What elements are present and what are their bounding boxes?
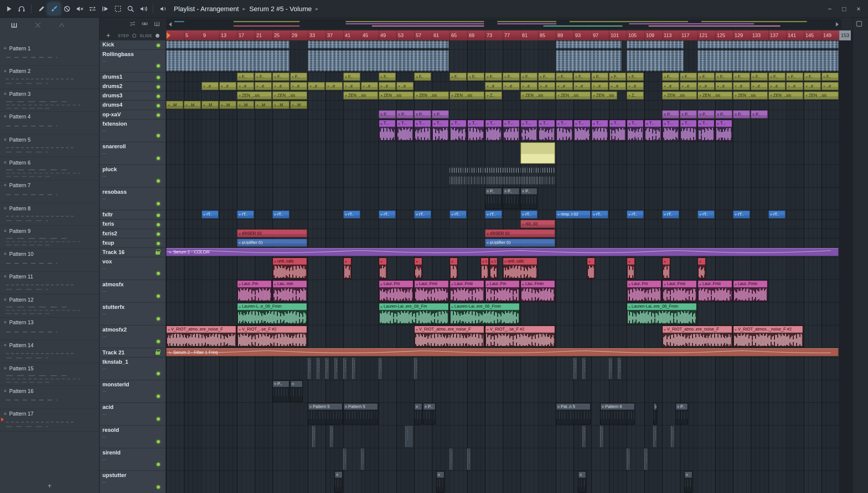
clip[interactable]: »Lauren-Lai..ere_08_Fmin <box>449 303 520 325</box>
clip[interactable]: »..e <box>822 82 839 90</box>
clip[interactable]: »F.. <box>627 72 644 81</box>
clip[interactable]: »..e <box>591 82 608 90</box>
clip[interactable]: »rT.. <box>449 210 466 219</box>
track-lane[interactable] <box>166 358 853 380</box>
add-pattern-button[interactable]: + <box>0 478 99 493</box>
clip[interactable]: »rT.. <box>521 210 538 219</box>
clip[interactable]: ≡P.. <box>432 110 449 119</box>
pattern-item[interactable]: ≡Pattern 15 <box>0 363 99 386</box>
track-mute-led[interactable] <box>157 417 160 421</box>
track-lane[interactable]: »T...»T...»T...»T...»T...»T...»T...»T...… <box>166 120 853 142</box>
clip[interactable]: »ZEN_..sis <box>449 91 484 100</box>
track-name[interactable]: fxtension... <box>100 120 166 142</box>
track-mute-led[interactable] <box>157 213 160 217</box>
track-mute-led[interactable] <box>157 134 160 137</box>
pattern-item[interactable]: ≡Pattern 13 <box>0 317 99 340</box>
timeline-bars[interactable]: 5913172125293337414549535761656973778185… <box>166 30 839 40</box>
clip[interactable]: »F.. <box>573 72 591 81</box>
clip[interactable] <box>671 426 675 447</box>
clip[interactable]: ≡ <box>414 403 422 425</box>
clip[interactable]: »F.. <box>822 72 839 81</box>
track-lane[interactable]: »pUplifter 01»pUplifter 01 <box>166 239 853 248</box>
clip[interactable]: »pUplifter 01 <box>485 239 555 247</box>
track-mute-led[interactable] <box>157 440 160 443</box>
track-mute-led[interactable] <box>157 104 160 107</box>
clip[interactable]: »F.. <box>804 72 821 81</box>
clip[interactable]: »T... <box>538 120 555 141</box>
clip[interactable] <box>308 40 449 49</box>
clip[interactable]: »Lau..min <box>273 280 307 302</box>
scroll-right-button[interactable] <box>833 19 842 29</box>
track-lane[interactable] <box>166 142 853 165</box>
horizontal-scrollbar[interactable] <box>166 19 842 29</box>
clip[interactable] <box>644 448 648 470</box>
clip[interactable]: »T... <box>378 120 396 141</box>
clip[interactable] <box>308 50 449 71</box>
slide-label[interactable]: SLIDE <box>139 34 152 37</box>
automation-curve-icon[interactable] <box>58 21 66 29</box>
clip[interactable]: »u.. <box>490 257 498 279</box>
clip[interactable]: »V_RIOT_atmo..ere_noise_F <box>414 325 484 347</box>
clip[interactable]: »..e <box>573 82 591 90</box>
clip[interactable] <box>653 426 657 447</box>
clip[interactable] <box>343 448 347 470</box>
clip[interactable] <box>582 358 586 379</box>
clip[interactable]: »..e <box>273 82 290 90</box>
clip[interactable]: »..e <box>521 82 538 90</box>
track-name[interactable]: fxris2 <box>100 229 166 238</box>
track-mute-led[interactable] <box>157 76 160 79</box>
track-lane[interactable] <box>166 448 853 471</box>
clip[interactable]: »V_RIOT_..se_F #2 <box>485 325 555 347</box>
headphones-icon[interactable] <box>15 2 28 15</box>
play-icon[interactable] <box>2 2 15 15</box>
clip[interactable]: »..e <box>325 82 343 90</box>
track-mute-led[interactable] <box>157 179 160 183</box>
clip[interactable]: »rT.. <box>591 210 608 219</box>
pattern-item[interactable]: ≡Pattern 7 <box>0 180 99 203</box>
clip[interactable]: »..e <box>538 82 555 90</box>
clip[interactable]: ≡P.. <box>662 110 679 119</box>
clip[interactable] <box>334 358 338 379</box>
clip[interactable]: »F.. <box>485 72 502 81</box>
clip[interactable]: »rT.. <box>202 210 219 219</box>
clip[interactable] <box>312 426 316 447</box>
paint-icon[interactable] <box>48 2 60 15</box>
track-lane[interactable]: »Lauren-L..e_08_Fmin»Lauren-Lai..ere_08_… <box>166 303 853 325</box>
clip[interactable]: » <box>414 257 422 279</box>
clip[interactable]: »..e <box>627 82 644 90</box>
track-lane[interactable]: »..M»..M»..M»..M»..M»..M»..M»..M <box>166 101 853 110</box>
track-name[interactable]: snareroll... <box>100 142 166 165</box>
track-mute-led[interactable] <box>157 463 160 466</box>
clip[interactable]: »..e <box>715 82 732 90</box>
clip[interactable]: »F.. <box>273 72 290 81</box>
track-lane[interactable]: ≡P..≡ <box>166 380 853 403</box>
swap-icon[interactable] <box>129 21 136 27</box>
clip[interactable] <box>405 426 413 447</box>
clip[interactable]: ≡ <box>578 471 586 493</box>
track-name[interactable]: resold... <box>100 426 166 448</box>
track-name[interactable]: acid... <box>100 403 166 426</box>
track-mute-led[interactable] <box>157 272 160 275</box>
clip[interactable]: »F.. <box>449 72 466 81</box>
clip[interactable]: »ZEN_..sis <box>414 91 449 100</box>
clip[interactable]: »T... <box>485 120 502 141</box>
track-mute-led[interactable] <box>157 372 160 375</box>
clip[interactable]: »rT.. <box>662 210 679 219</box>
clip[interactable]: »T... <box>697 120 715 141</box>
clip[interactable]: »..e <box>343 82 361 90</box>
clip[interactable]: »T... <box>609 120 626 141</box>
clip[interactable]: ≡ <box>653 403 657 425</box>
link-icon[interactable] <box>141 21 148 27</box>
mute-icon[interactable] <box>73 2 86 15</box>
clip[interactable]: »rT.. <box>627 210 644 219</box>
clip[interactable]: »..e <box>308 82 325 90</box>
track-lane[interactable]: »..e»..e»..e»..e»..e»..e»..e»..e»..e»..e… <box>166 82 853 91</box>
clip[interactable]: »rT.. <box>273 210 290 219</box>
clip[interactable]: »Lauren-Lai..ere_08_Fmin <box>627 303 697 325</box>
clip[interactable]: »..e <box>662 82 679 90</box>
clip[interactable]: »T... <box>662 120 679 141</box>
clip[interactable]: »rT.. <box>733 210 750 219</box>
clip[interactable]: »..e <box>556 82 573 90</box>
track-lane[interactable]: »ZEN_..sis»ZEN_..sis»ZEN_..sis»ZEN_..sis… <box>166 91 853 101</box>
clip[interactable]: ≡P.. <box>697 110 715 119</box>
